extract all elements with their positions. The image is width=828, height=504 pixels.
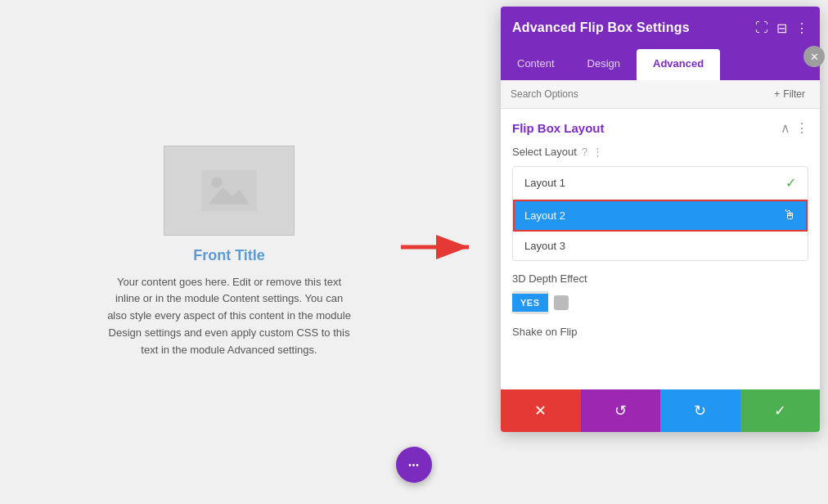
layout-2-item[interactable]: Layout 2 🖱 [513,200,808,232]
front-title: Front Title [193,247,265,264]
tab-advanced[interactable]: Advanced [637,49,720,80]
svg-rect-0 [202,170,257,211]
search-bar: + Filter [501,80,820,109]
fab-dots-icon: ••• [408,461,420,470]
collapse-icon[interactable]: ∧ [781,120,790,136]
columns-icon[interactable]: ⊟ [776,20,787,36]
cancel-button[interactable]: ✕ [501,389,581,432]
panel-header: Advanced Flip Box Settings ⛶ ⊟ ⋮ [501,7,820,49]
toggle-slider [548,291,574,314]
layout-more-icon[interactable]: ⋮ [592,146,603,158]
layout-3-item[interactable]: Layout 3 [513,232,808,260]
floating-action-button[interactable]: ••• [396,447,432,483]
depth-effect-toggle[interactable]: YES [512,291,574,314]
save-button[interactable]: ✓ [740,389,821,432]
filter-button[interactable]: + Filter [769,87,810,101]
cursor-pointer: 🖱 [783,208,796,223]
tab-content[interactable]: Content [501,49,571,80]
panel-title: Advanced Flip Box Settings [512,20,690,35]
panel-tabs: Content Design Advanced [501,49,820,80]
filter-label: Filter [783,88,805,100]
select-layout-row: Select Layout ? ⋮ [512,146,808,158]
layout-2-label: Layout 2 [524,209,565,222]
search-input[interactable] [511,88,769,100]
section-more-icon[interactable]: ⋮ [795,120,808,136]
preview-content: Your content goes here. Edit or remove t… [106,274,352,359]
panel-body: Flip Box Layout ∧ ⋮ Select Layout ? ⋮ La… [501,109,820,389]
shake-on-flip-label: Shake on Flip [512,326,808,338]
filter-plus-icon: + [774,88,780,100]
reset-button[interactable]: ↺ [581,389,661,432]
more-icon[interactable]: ⋮ [795,20,808,36]
depth-effect-label: 3D Depth Effect [512,272,808,285]
panel-close-button[interactable]: ✕ [803,46,825,67]
section-controls: ∧ ⋮ [781,120,808,136]
svg-point-2 [211,177,222,187]
red-arrow-indicator [397,231,479,267]
layout-dropdown: Layout 1 ✓ Layout 2 🖱 Layout 3 [512,166,808,261]
section-header: Flip Box Layout ∧ ⋮ [512,120,808,136]
settings-panel: Advanced Flip Box Settings ⛶ ⊟ ⋮ Content… [501,7,820,432]
expand-icon[interactable]: ⛶ [755,20,768,35]
redo-button[interactable]: ↻ [660,389,740,432]
layout-1-checkmark: ✓ [785,175,796,191]
preview-area: Front Title Your content goes here. Edit… [0,0,458,504]
section-title: Flip Box Layout [512,121,605,135]
panel-footer: ✕ ↺ ↻ ✓ [501,389,820,432]
select-layout-label: Select Layout [512,146,577,158]
close-icon: ✕ [810,51,819,63]
layout-1-item[interactable]: Layout 1 ✓ [513,167,808,200]
image-placeholder [164,146,295,236]
layout-1-label: Layout 1 [524,177,565,189]
toggle-yes-label: YES [512,294,548,312]
tab-design[interactable]: Design [571,49,637,80]
header-icons: ⛶ ⊟ ⋮ [755,20,808,36]
layout-3-label: Layout 3 [524,240,565,252]
toggle-container: YES [512,291,808,314]
help-icon[interactable]: ? [582,146,587,158]
